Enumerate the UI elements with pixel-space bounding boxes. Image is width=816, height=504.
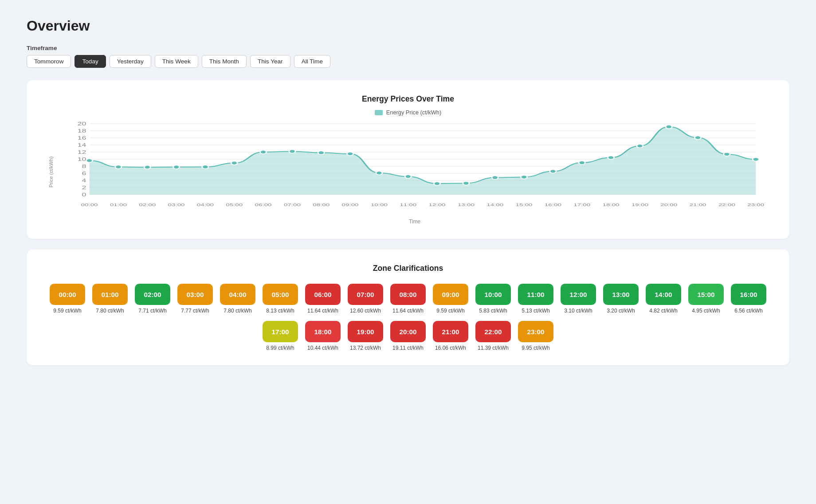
timeframe-btn-tommorow[interactable]: Tommorow <box>27 55 71 68</box>
svg-point-51 <box>231 161 237 165</box>
zone-item-1000: 10:005.83 ct/kWh <box>475 284 511 314</box>
zone-price: 19.11 ct/kWh <box>392 345 424 351</box>
svg-text:16: 16 <box>77 136 86 141</box>
zone-badge: 19:00 <box>348 321 383 342</box>
zone-item-1400: 14:004.82 ct/kWh <box>646 284 681 314</box>
zone-price: 6.56 ct/kWh <box>734 308 762 314</box>
zone-badge: 07:00 <box>348 284 383 305</box>
x-axis-label: Time <box>58 219 772 225</box>
svg-text:15:00: 15:00 <box>516 203 533 207</box>
zone-card: Zone Clarifications 00:009.59 ct/kWh01:0… <box>27 250 789 365</box>
zone-price: 8.99 ct/kWh <box>266 345 294 351</box>
svg-text:18:00: 18:00 <box>603 203 620 207</box>
svg-text:23:00: 23:00 <box>747 203 764 207</box>
svg-text:07:00: 07:00 <box>284 203 301 207</box>
zone-badge: 12:00 <box>561 284 596 305</box>
svg-text:0: 0 <box>82 192 86 197</box>
svg-point-67 <box>694 136 701 140</box>
svg-text:06:00: 06:00 <box>255 203 272 207</box>
zone-item-0500: 05:008.13 ct/kWh <box>263 284 298 314</box>
zone-item-1800: 18:0010.44 ct/kWh <box>305 321 341 351</box>
zone-badge: 23:00 <box>518 321 553 342</box>
svg-text:10: 10 <box>77 157 86 162</box>
zone-price: 3.20 ct/kWh <box>607 308 635 314</box>
zone-item-0100: 01:007.80 ct/kWh <box>92 284 128 314</box>
zone-badge: 18:00 <box>305 321 341 342</box>
svg-point-53 <box>289 149 295 153</box>
svg-text:18: 18 <box>77 129 86 133</box>
zone-price: 12.60 ct/kWh <box>350 308 381 314</box>
timeframe-btn-this-month[interactable]: This Month <box>202 55 247 68</box>
energy-chart: 0246810121416182000:0001:0002:0003:0004:… <box>58 119 772 217</box>
svg-text:14: 14 <box>77 143 86 148</box>
zone-price: 9.95 ct/kWh <box>522 345 549 351</box>
zone-item-1700: 17:008.99 ct/kWh <box>263 321 298 351</box>
svg-text:4: 4 <box>82 178 86 183</box>
svg-point-60 <box>492 176 498 180</box>
svg-point-47 <box>115 165 122 169</box>
zone-badge: 03:00 <box>177 284 213 305</box>
zone-price: 7.80 ct/kWh <box>224 308 251 314</box>
zone-price: 9.59 ct/kWh <box>53 308 81 314</box>
zone-item-0700: 07:0012.60 ct/kWh <box>348 284 383 314</box>
legend-label: Energy Price (ct/kWh) <box>386 109 441 116</box>
svg-point-61 <box>521 175 527 179</box>
svg-text:14:00: 14:00 <box>486 203 503 207</box>
zone-badge: 13:00 <box>603 284 639 305</box>
svg-point-59 <box>463 181 469 185</box>
zone-price: 7.77 ct/kWh <box>181 308 209 314</box>
svg-point-64 <box>608 156 614 159</box>
timeframe-btn-all-time[interactable]: All Time <box>294 55 330 68</box>
svg-text:8: 8 <box>82 164 86 169</box>
svg-text:2: 2 <box>82 185 86 190</box>
svg-text:21:00: 21:00 <box>690 203 706 207</box>
zone-price: 16.06 ct/kWh <box>435 345 466 351</box>
zone-title: Zone Clarifications <box>44 264 772 273</box>
zone-badge: 10:00 <box>475 284 511 305</box>
timeframe-btn-this-year[interactable]: This Year <box>250 55 290 68</box>
svg-point-54 <box>318 151 324 155</box>
page-title: Overview <box>27 18 789 34</box>
svg-point-69 <box>753 157 759 161</box>
zone-grid: 00:009.59 ct/kWh01:007.80 ct/kWh02:007.7… <box>44 284 772 351</box>
timeframe-btn-yesterday[interactable]: Yesterday <box>110 55 151 68</box>
zone-badge: 02:00 <box>135 284 170 305</box>
svg-point-56 <box>376 171 382 175</box>
svg-text:20:00: 20:00 <box>660 203 677 207</box>
zone-item-0600: 06:0011.64 ct/kWh <box>305 284 341 314</box>
zone-item-0000: 00:009.59 ct/kWh <box>50 284 85 314</box>
svg-text:08:00: 08:00 <box>313 203 330 207</box>
timeframe-btn-this-week[interactable]: This Week <box>155 55 198 68</box>
y-axis-label: Price (ct/kWh) <box>48 156 54 188</box>
timeframe-label: Timeframe <box>27 45 789 51</box>
svg-text:19:00: 19:00 <box>632 203 648 207</box>
svg-point-49 <box>173 165 179 169</box>
zone-badge: 20:00 <box>390 321 426 342</box>
zone-item-1200: 12:003.10 ct/kWh <box>561 284 596 314</box>
timeframe-buttons: TommorowTodayYesterdayThis WeekThis Mont… <box>27 55 789 68</box>
zone-price: 5.83 ct/kWh <box>479 308 507 314</box>
timeframe-btn-today[interactable]: Today <box>75 55 106 68</box>
zone-badge: 01:00 <box>92 284 128 305</box>
svg-point-62 <box>550 170 556 173</box>
svg-point-63 <box>579 161 585 164</box>
zone-item-1600: 16:006.56 ct/kWh <box>731 284 766 314</box>
zone-badge: 21:00 <box>433 321 468 342</box>
svg-text:04:00: 04:00 <box>197 203 214 207</box>
svg-text:12:00: 12:00 <box>429 203 446 207</box>
zone-price: 11.64 ct/kWh <box>307 308 338 314</box>
zone-badge: 06:00 <box>305 284 341 305</box>
svg-text:11:00: 11:00 <box>400 203 416 207</box>
zone-badge: 00:00 <box>50 284 85 305</box>
zone-price: 11.64 ct/kWh <box>392 308 424 314</box>
zone-price: 13.72 ct/kWh <box>350 345 381 351</box>
zone-price: 3.10 ct/kWh <box>564 308 592 314</box>
svg-text:05:00: 05:00 <box>226 203 243 207</box>
chart-card: Energy Prices Over Time Energy Price (ct… <box>27 80 789 239</box>
svg-text:10:00: 10:00 <box>371 203 388 207</box>
zone-item-0400: 04:007.80 ct/kWh <box>220 284 255 314</box>
svg-text:17:00: 17:00 <box>573 203 590 207</box>
chart-title: Energy Prices Over Time <box>44 94 772 104</box>
zone-price: 9.59 ct/kWh <box>436 308 464 314</box>
zone-item-2300: 23:009.95 ct/kWh <box>518 321 553 351</box>
